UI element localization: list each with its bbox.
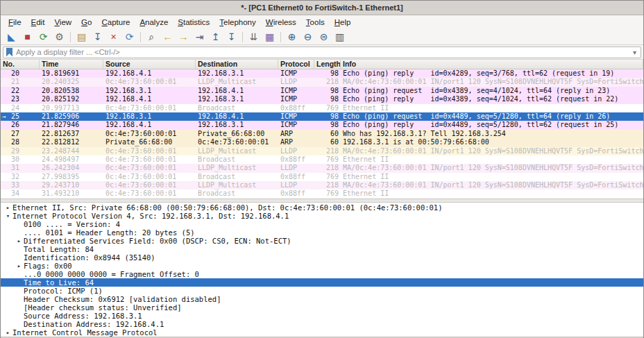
detail-line[interactable]: 0100 .... = Version: 4 <box>1 220 643 228</box>
menu-wireless[interactable]: Wireless <box>261 17 301 28</box>
detail-line[interactable]: Time to Live: 64 <box>1 278 643 287</box>
packet-cell-protocol: ICMP <box>278 95 314 103</box>
packet-row-33[interactable]: 3329.2437100c:4e:73:60:00:01LLDP_Multica… <box>1 181 643 189</box>
menu-help[interactable]: Help <box>330 17 356 28</box>
packet-cell-protocol: ICMP <box>278 121 314 129</box>
start-capture-icon[interactable]: ◣ <box>3 30 19 44</box>
go-back-icon[interactable]: ← <box>160 30 176 44</box>
go-to-packet-icon[interactable]: ⇥ <box>192 30 207 44</box>
expander-collapsed-icon[interactable]: ▸ <box>15 262 24 270</box>
packet-row-34[interactable]: 3431.4932100c:4e:73:60:00:01Broadcast0x8… <box>1 189 643 198</box>
packet-row-26[interactable]: 2621.827946192.168.4.1192.168.3.1ICMP98E… <box>1 121 643 129</box>
packet-row-31[interactable]: 3126.2423040c:4e:73:60:00:01LLDP_Multica… <box>1 164 643 172</box>
colorize-icon[interactable]: ▦ <box>262 30 278 44</box>
packet-row-22[interactable]: 2220.820538192.168.3.1192.168.4.1ICMP98E… <box>1 87 643 95</box>
packet-row-29[interactable]: 2923.2487440c:4e:73:60:00:01LLDP_Multica… <box>1 147 643 155</box>
close-file-icon[interactable]: × <box>105 30 121 44</box>
packet-row-30[interactable]: 3024.4984970c:4e:73:60:00:01Broadcast0x8… <box>1 155 643 164</box>
column-header-time[interactable]: Time <box>40 60 103 69</box>
menu-telephony[interactable]: Telephony <box>214 17 260 28</box>
column-header-protocol[interactable]: Protocol <box>278 60 314 69</box>
zoom-out-icon[interactable]: ⊖ <box>300 30 316 44</box>
detail-line[interactable]: ▾Internet Protocol Version 4, Src: 192.1… <box>1 212 643 220</box>
packet-cell-length: 98 <box>314 69 341 78</box>
packet-cell-source: 0c:4e:73:60:00:01 <box>103 181 196 189</box>
expander-collapsed-icon[interactable]: ▸ <box>15 237 24 245</box>
display-filter-input[interactable] <box>16 48 628 56</box>
packet-cell-length: 218 <box>314 78 341 86</box>
detail-line[interactable]: ▸Differentiated Services Field: 0x00 (DS… <box>1 237 643 245</box>
packet-cell-protocol: LLDP <box>278 164 314 172</box>
packet-cell-destination: Broadcast <box>196 155 278 164</box>
first-packet-icon[interactable]: ↥ <box>207 30 223 44</box>
detail-line[interactable]: ...0 0000 0000 0000 = Fragment Offset: 0 <box>1 270 643 278</box>
packet-row-32[interactable]: 3227.9983950c:4e:73:60:00:01Broadcast0x8… <box>1 173 643 181</box>
packet-cell-info: MA/0c:4e:73:60:00:01 IN/port1 120 SysN=S… <box>341 181 643 189</box>
detail-line[interactable]: ▸Flags: 0x00 <box>1 262 643 270</box>
menu-file[interactable]: File <box>3 17 26 28</box>
restart-capture-icon[interactable]: ⟳ <box>35 30 51 44</box>
find-packet-icon[interactable]: ⌕ <box>144 30 160 44</box>
open-file-icon[interactable]: ▤ <box>74 30 90 44</box>
packet-list: 2019.819691192.168.4.1192.168.3.1ICMP98E… <box>1 69 643 198</box>
menu-edit[interactable]: Edit <box>26 17 50 28</box>
detail-text: Differentiated Services Field: 0x00 (DSC… <box>24 237 291 245</box>
expander-expanded-icon[interactable]: ▾ <box>3 212 12 220</box>
detail-line[interactable]: Identification: 0x8944 (35140) <box>1 253 643 262</box>
column-header-no[interactable]: No. <box>1 60 40 69</box>
detail-line[interactable]: Destination Address: 192.168.4.1 <box>1 320 643 328</box>
detail-text: [Header checksum status: Unverified] <box>24 303 182 312</box>
detail-line[interactable]: ▸Ethernet II, Src: Private_66:68:00 (00:… <box>1 203 643 212</box>
detail-line[interactable]: [Header checksum status: Unverified] <box>1 303 643 312</box>
filter-bookmark-icon[interactable] <box>6 48 12 57</box>
menu-go[interactable]: Go <box>76 17 96 28</box>
packet-row-24[interactable]: 2420.9977130c:4e:73:60:00:01Broadcast0x8… <box>1 104 643 112</box>
column-header-source[interactable]: Source <box>103 60 196 69</box>
auto-scroll-icon[interactable]: ⇊ <box>246 30 262 44</box>
stop-capture-icon[interactable]: ■ <box>19 30 35 44</box>
menu-view[interactable]: View <box>49 17 76 28</box>
detail-line[interactable]: .... 0101 = Header Length: 20 bytes (5) <box>1 228 643 237</box>
last-packet-icon[interactable]: ↧ <box>223 30 239 44</box>
detail-line[interactable]: Total Length: 84 <box>1 245 643 253</box>
wireshark-window: *- [PC1 Ethernet0 to FortiSwitch-1 Ether… <box>0 0 644 338</box>
menu-statistics[interactable]: Statistics <box>173 17 214 28</box>
column-header-info[interactable]: Info <box>341 60 643 69</box>
go-forward-icon[interactable]: → <box>176 30 192 44</box>
packet-row-28[interactable]: 2822.812812Private_66:68:000c:4e:73:60:0… <box>1 138 643 146</box>
expander-collapsed-icon[interactable]: ▸ <box>3 328 12 337</box>
menu-capture[interactable]: Capture <box>96 17 135 28</box>
filter-dropdown-icon[interactable]: ▾ <box>632 49 638 56</box>
reload-file-icon[interactable]: ⟳ <box>121 30 137 44</box>
packet-row-20[interactable]: 2019.819691192.168.4.1192.168.3.1ICMP98E… <box>1 69 643 78</box>
menu-tools[interactable]: Tools <box>301 17 330 28</box>
packet-number: 31 <box>11 164 19 172</box>
detail-line[interactable]: Header Checksum: 0x6912 [validation disa… <box>1 295 643 303</box>
menu-analyze[interactable]: Analyze <box>135 17 173 28</box>
packet-cell-time: 19.819691 <box>40 69 103 78</box>
capture-options-icon[interactable]: ⚙ <box>51 30 67 44</box>
column-header-destination[interactable]: Destination <box>196 60 278 69</box>
packet-cell-time: 22.812637 <box>40 130 103 138</box>
detail-line[interactable]: ▸Internet Control Message Protocol <box>1 328 643 337</box>
menu-bar: FileEditViewGoCaptureAnalyzeStatisticsTe… <box>1 15 643 29</box>
packet-cell-source: 0c:4e:73:60:00:01 <box>103 147 196 155</box>
detail-line[interactable]: Source Address: 192.168.3.1 <box>1 312 643 320</box>
packet-cell-protocol: ICMP <box>278 87 314 95</box>
expander-collapsed-icon[interactable]: ▸ <box>3 203 12 212</box>
column-header-length[interactable]: Length <box>314 60 341 69</box>
packet-row-27[interactable]: 2722.8126370c:4e:73:60:00:01Private_66:6… <box>1 130 643 138</box>
resize-columns-icon[interactable]: ▥ <box>332 30 348 44</box>
expander-spacer <box>15 295 24 303</box>
detail-text: Destination Address: 192.168.4.1 <box>24 320 164 328</box>
save-file-icon[interactable]: ↧ <box>90 30 105 44</box>
packet-row-23[interactable]: 2320.825192192.168.4.1192.168.3.1ICMP98E… <box>1 95 643 103</box>
packet-row-25[interactable]: →2521.825906192.168.3.1192.168.4.1ICMP98… <box>1 112 643 121</box>
detail-text: Internet Protocol Version 4, Src: 192.16… <box>12 212 289 220</box>
packet-gutter <box>2 147 11 155</box>
filter-bar: ▾ <box>1 45 643 60</box>
packet-row-21[interactable]: 2120.2403250c:4e:73:60:00:01LLDP_Multica… <box>1 78 643 86</box>
zoom-in-icon[interactable]: ⊕ <box>284 30 300 44</box>
detail-line[interactable]: Protocol: ICMP (1) <box>1 287 643 295</box>
zoom-original-icon[interactable]: ⊜ <box>316 30 332 44</box>
